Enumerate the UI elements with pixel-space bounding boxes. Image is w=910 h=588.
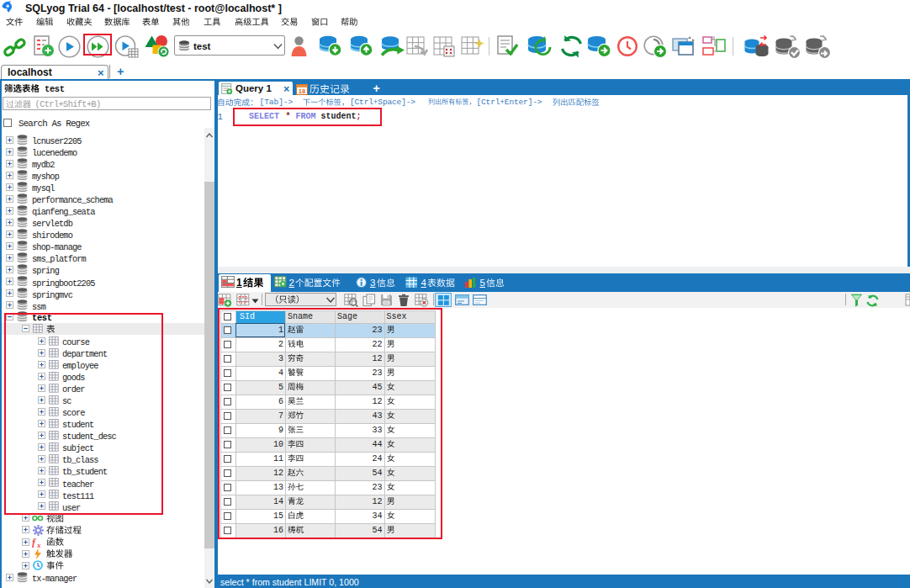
svg-text:f: f [32, 537, 36, 548]
svg-text:18: 18 [299, 87, 305, 94]
svg-text:x: x [36, 540, 41, 548]
